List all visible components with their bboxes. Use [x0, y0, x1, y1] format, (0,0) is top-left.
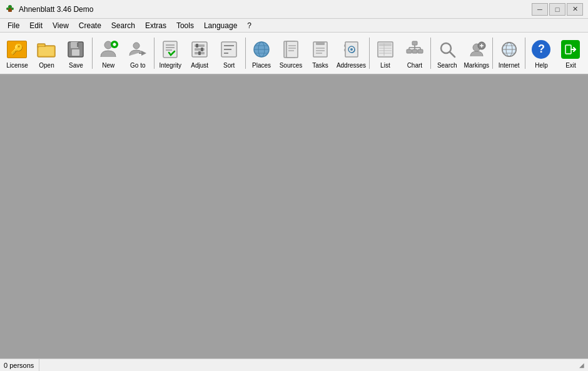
menu-help[interactable]: ? — [242, 19, 256, 32]
chart-button[interactable]: Chart — [400, 34, 429, 73]
svg-rect-14 — [114, 43, 116, 46]
exit-label: Exit — [565, 62, 576, 69]
svg-rect-6 — [39, 47, 54, 56]
search-label: Search — [437, 62, 457, 69]
svg-rect-39 — [286, 41, 298, 58]
svg-point-3 — [11, 8, 14, 10]
adjust-button[interactable]: Adjust — [185, 34, 215, 73]
list-label: List — [380, 62, 390, 69]
markings-label: Markings — [464, 62, 489, 69]
toolbar-separator-4 — [369, 38, 370, 69]
svg-rect-27 — [201, 48, 203, 51]
markings-button[interactable]: Markings — [462, 34, 491, 73]
integrity-label: Integrity — [159, 62, 181, 69]
adjust-label: Adjust — [191, 62, 208, 69]
svg-rect-17 — [139, 53, 144, 54]
sources-label: Sources — [280, 62, 303, 69]
internet-button[interactable]: Internet — [494, 34, 524, 73]
places-icon — [250, 38, 273, 61]
places-button[interactable]: Places — [247, 34, 276, 73]
toolbar-separator-7 — [525, 38, 525, 69]
save-button[interactable]: Save — [61, 34, 91, 73]
menu-search[interactable]: Search — [106, 19, 140, 32]
main-content — [0, 75, 588, 358]
menu-tools[interactable]: Tools — [171, 19, 199, 32]
status-text: 0 persons — [4, 362, 34, 369]
toolbar-separator-3 — [245, 38, 246, 69]
markings-icon — [465, 38, 488, 61]
app-title: Ahnenblatt 3.46 Demo — [19, 5, 532, 14]
license-icon: 🔑 — [6, 38, 28, 61]
goto-label: Go to — [130, 62, 145, 69]
places-label: Places — [252, 62, 271, 69]
sort-button[interactable]: Sort — [215, 34, 244, 73]
svg-point-52 — [350, 48, 353, 51]
addresses-button[interactable]: Addresses — [335, 34, 368, 73]
addresses-icon — [340, 38, 363, 61]
open-icon — [35, 38, 58, 61]
license-button[interactable]: 🔑 License — [3, 34, 32, 73]
tasks-button[interactable]: Tasks — [306, 34, 335, 73]
svg-line-69 — [450, 52, 455, 57]
tasks-label: Tasks — [312, 62, 328, 69]
sort-icon — [218, 38, 240, 61]
addresses-label: Addresses — [337, 62, 366, 69]
resize-indicator: ◢ — [579, 362, 584, 368]
new-button[interactable]: New — [94, 34, 123, 73]
sort-label: Sort — [223, 62, 235, 69]
sources-button[interactable]: Sources — [276, 34, 306, 73]
save-icon — [64, 38, 87, 61]
svg-rect-49 — [344, 44, 346, 47]
status-persons: 0 persons — [4, 359, 39, 371]
svg-rect-9 — [72, 49, 79, 56]
toolbar-separator-1 — [92, 38, 93, 69]
internet-icon — [498, 38, 520, 61]
integrity-button[interactable]: Integrity — [156, 34, 185, 73]
menu-extras[interactable]: Extras — [140, 19, 171, 32]
svg-rect-44 — [316, 42, 325, 45]
menu-edit[interactable]: Edit — [24, 19, 48, 32]
save-label: Save — [69, 62, 83, 69]
menu-language[interactable]: Language — [199, 19, 242, 32]
window-controls: ─ □ ✕ — [532, 3, 583, 16]
toolbar-separator-5 — [430, 38, 431, 69]
list-icon — [374, 38, 397, 61]
license-label: License — [6, 62, 28, 69]
svg-rect-66 — [412, 49, 417, 53]
exit-icon — [559, 38, 582, 61]
toolbar-separator-2 — [154, 38, 155, 69]
menu-create[interactable]: Create — [74, 19, 106, 32]
status-bar: 0 persons ◢ — [0, 358, 588, 371]
tasks-icon — [309, 38, 332, 61]
list-button[interactable]: List — [370, 34, 400, 73]
goto-icon — [126, 38, 149, 61]
integrity-icon — [159, 38, 181, 61]
svg-point-2 — [6, 8, 9, 10]
svg-rect-67 — [418, 49, 423, 53]
goto-button[interactable]: Go to — [123, 34, 153, 73]
sources-icon — [280, 38, 302, 61]
svg-rect-26 — [196, 44, 198, 48]
help-icon: ? — [530, 38, 552, 61]
svg-rect-54 — [379, 43, 392, 46]
minimize-button[interactable]: ─ — [532, 3, 548, 16]
menu-view[interactable]: View — [48, 19, 74, 32]
toolbar-separator-6 — [492, 38, 493, 69]
internet-label: Internet — [499, 62, 520, 69]
svg-rect-65 — [407, 49, 412, 53]
exit-button[interactable]: Exit — [556, 34, 585, 73]
menu-bar: File Edit View Create Search Extras Tool… — [0, 19, 588, 33]
help-button[interactable]: ? Help — [527, 34, 556, 73]
chart-label: Chart — [407, 62, 422, 69]
menu-file[interactable]: File — [3, 19, 24, 32]
new-icon — [97, 38, 119, 61]
maximize-button[interactable]: □ — [549, 3, 565, 16]
svg-rect-59 — [412, 41, 417, 45]
close-button[interactable]: ✕ — [567, 3, 583, 16]
new-label: New — [102, 62, 114, 69]
open-button[interactable]: Open — [32, 34, 61, 73]
svg-point-15 — [133, 43, 139, 49]
search-icon — [436, 38, 459, 61]
search-button[interactable]: Search — [432, 34, 462, 73]
svg-rect-50 — [344, 49, 346, 51]
